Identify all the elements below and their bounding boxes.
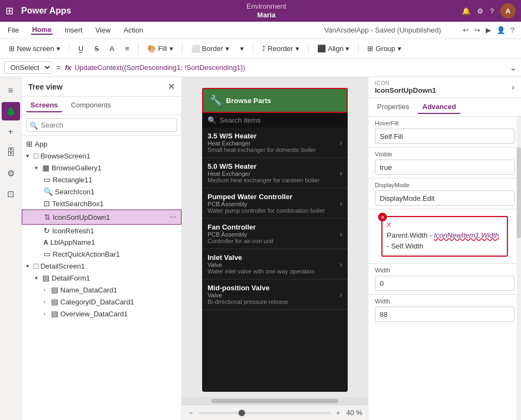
tab-components[interactable]: Components (67, 99, 116, 112)
tree-item-app[interactable]: ⊞ App (22, 138, 181, 150)
hoverfill-label: HoverFill (375, 120, 514, 126)
item-sub-2: PCB Assembly (208, 201, 325, 207)
notification-icon[interactable]: 🔔 (462, 7, 470, 15)
sidebar-insert-icon[interactable]: + (2, 123, 20, 141)
menu-help-icon[interactable]: ? (511, 26, 514, 34)
sidebar-variables-icon[interactable]: ⚙ (2, 164, 20, 182)
item-title-2: Pumped Water Controller (208, 193, 325, 201)
tree-item-icon-sort[interactable]: ⇅ IconSortUpDown1 ··· (22, 209, 181, 225)
component-type-label: ICON (375, 80, 436, 86)
zoom-slider-thumb[interactable] (238, 410, 245, 416)
reorder-chevron-icon: ▾ (296, 44, 299, 53)
menu-file[interactable]: File (7, 26, 20, 34)
visible-value[interactable]: true (375, 160, 514, 175)
fill-button[interactable]: 🎨 Fill ▾ (143, 42, 178, 55)
canvas-list-item-1[interactable]: 5.0 W/S Heater Heat Exchanger Medium hea… (202, 158, 348, 188)
hoverfill-value[interactable]: Self.Fill (375, 129, 514, 144)
canvas-scroll[interactable]: 🔧 Browse Parts 🔍 Search items 3.5 W/S He… (182, 77, 368, 397)
fx-button[interactable]: fx (65, 63, 72, 72)
share-icon[interactable]: 👤 (497, 26, 505, 34)
detail-screen-label: DetailScreen1 (40, 262, 177, 270)
underline-button[interactable]: U̲ (74, 42, 88, 55)
canvas-list-item-2[interactable]: Pumped Water Controller PCB Assembly Wat… (202, 188, 348, 219)
tree-search-input[interactable] (26, 118, 177, 132)
toolbar-sep4 (253, 43, 253, 54)
x-label: X (387, 221, 503, 228)
canvas-list-item-4[interactable]: Inlet Valve Valve Water inlet valve with… (202, 249, 348, 279)
tree-item-rect-quick-action[interactable]: ▭ RectQuickActionBar1 (22, 248, 181, 260)
group-chevron-icon: ▾ (398, 44, 401, 53)
browse-screen-chevron-icon: ▾ (26, 152, 34, 160)
tree-item-category-datacard[interactable]: › ▤ CategoryID_DataCard1 (22, 296, 181, 308)
detail-form-label: DetailForm1 (52, 274, 177, 282)
canvas-list-item-5[interactable]: Mid-position Valve Valve Bi-directional … (202, 279, 348, 310)
right-panel-content: HoverFill Self.Fill Visible true Display… (368, 117, 521, 420)
play-icon[interactable]: ▶ (486, 26, 491, 34)
rect-quick-action-icon: ▭ (43, 250, 51, 258)
tree-item-text-search-box[interactable]: ⊡ TextSearchBox1 (22, 198, 181, 209)
menu-action[interactable]: Action (123, 26, 145, 34)
undo-icon[interactable]: ↩ (463, 26, 469, 34)
app-saved-status: VanArsdelApp - Saved (Unpublished) (324, 26, 441, 34)
border-down-button[interactable]: ▾ (236, 42, 248, 55)
width-88-value[interactable]: 88 (375, 307, 514, 322)
canvas-list-item-0[interactable]: 3.5 W/S Heater Heat Exchanger Small heat… (202, 128, 348, 158)
help-icon[interactable]: ? (490, 7, 494, 15)
right-panel-expand-icon[interactable]: › (512, 82, 514, 92)
canvas-search-icon: 🔍 (208, 116, 216, 124)
grid-icon[interactable]: ⊞ (5, 5, 14, 17)
canvas-header-label: Browse Parts (226, 97, 271, 105)
property-select[interactable]: OnSelect (4, 61, 52, 74)
tree-item-browse-screen[interactable]: ▾ □ BrowseScreen1 (22, 150, 181, 162)
redo-icon[interactable]: ↪ (474, 26, 480, 34)
error-close-button[interactable]: ✕ (378, 213, 387, 221)
icon-sort-menu-icon[interactable]: ··· (170, 212, 177, 222)
tree-item-detail-screen[interactable]: ▾ □ DetailScreen1 (22, 260, 181, 272)
menu-view[interactable]: View (95, 26, 112, 34)
tab-screens[interactable]: Screens (26, 99, 62, 112)
tree-item-browse-gallery[interactable]: ▾ ▦ BrowseGallery1 (22, 162, 181, 174)
align-btn[interactable]: ⬛ Align ▾ (313, 42, 354, 55)
browse-gallery-label: BrowseGallery1 (52, 164, 177, 172)
align-label: Align (328, 44, 344, 53)
tree-item-search-icon1[interactable]: 🔍 SearchIcon1 (22, 186, 181, 198)
tree-item-overview-datacard[interactable]: › ▤ Overview_DataCard1 (22, 308, 181, 320)
reorder-button[interactable]: ⤴ Reorder ▾ (258, 42, 304, 55)
tree-close-button[interactable]: ✕ (168, 81, 175, 92)
canvas-hscrollbar[interactable] (182, 397, 368, 405)
menu-insert[interactable]: Insert (64, 26, 84, 34)
sidebar-menu-icon[interactable]: ≡ (2, 81, 20, 100)
new-screen-button[interactable]: ⊞ New screen ▾ (4, 42, 65, 55)
sidebar-data-icon[interactable]: 🗄 (2, 143, 20, 162)
formula-expand-icon[interactable]: ⌄ (510, 62, 517, 73)
toolbar-sep2 (138, 43, 139, 54)
tab-advanced[interactable]: Advanced (418, 100, 460, 114)
strikethrough-button[interactable]: S̶ (90, 42, 103, 55)
right-panel-scrollbar[interactable] (517, 117, 521, 420)
zoom-plus-icon[interactable]: ＋ (335, 408, 342, 418)
font-button[interactable]: A (105, 42, 119, 55)
width-0-value[interactable]: 0 (375, 276, 514, 291)
zoom-minus-icon[interactable]: － (187, 408, 194, 418)
tree-item-icon-refresh[interactable]: ↻ IconRefresh1 (22, 225, 181, 237)
category-datacard-icon: ▤ (51, 297, 58, 306)
menubar-toolbar-icons: ↩ ↪ ▶ 👤 ? (463, 26, 514, 34)
settings-icon[interactable]: ⚙ (477, 7, 484, 15)
tree-item-detail-form[interactable]: ▾ ▤ DetailForm1 (22, 272, 181, 284)
tree-item-rectangle11[interactable]: ▭ Rectangle11 (22, 174, 181, 186)
group-button[interactable]: ⊞ Group ▾ (363, 42, 405, 55)
displaymode-value[interactable]: DisplayMode.Edit (375, 190, 514, 206)
avatar[interactable]: A (500, 3, 516, 18)
overview-datacard-chevron-icon: › (43, 310, 51, 317)
tree-item-name-datacard[interactable]: › ▤ Name_DataCard1 (22, 284, 181, 296)
canvas-item-content-4: Inlet Valve Valve Water inlet valve with… (208, 253, 315, 275)
formula-input[interactable] (74, 63, 506, 72)
sidebar-treeview-icon[interactable]: 🌲 (2, 102, 20, 120)
sidebar-media-icon[interactable]: ⊡ (2, 184, 20, 203)
menu-home[interactable]: Home (31, 26, 53, 35)
align-button[interactable]: ≡ (121, 42, 134, 55)
tab-properties[interactable]: Properties (373, 100, 413, 114)
border-button[interactable]: ⬜ Border ▾ (187, 42, 234, 55)
tree-item-lbl-app-name[interactable]: A LblAppName1 (22, 237, 181, 248)
canvas-list-item-3[interactable]: Fan Controller PCB Assembly Controller f… (202, 219, 348, 249)
